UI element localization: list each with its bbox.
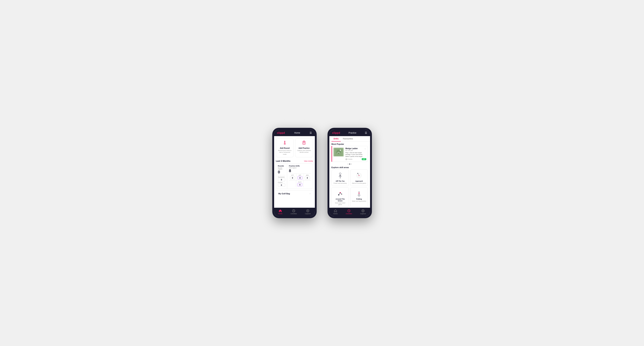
my-golf-bag-row[interactable]: My Golf Bag › xyxy=(276,190,313,197)
practice-rounds-value: 0 xyxy=(278,183,285,187)
putt-cell xyxy=(289,180,296,187)
add-practice-icon xyxy=(302,140,306,147)
shots-icon xyxy=(346,158,347,160)
menu-icon-practice[interactable]: ☰ xyxy=(365,131,367,134)
drills-title: Practice Drills xyxy=(289,165,311,167)
tournament-value: 0 xyxy=(278,178,285,181)
svg-marker-2 xyxy=(284,141,285,142)
around-the-green-desc: Hone your short game xyxy=(333,202,348,205)
svg-line-39 xyxy=(349,211,350,211)
ott-value: 0 xyxy=(290,176,295,179)
nav-home-label-practice: Home xyxy=(333,213,338,215)
around-the-green-icon-area xyxy=(336,189,344,197)
svg-point-29 xyxy=(359,175,360,176)
approach-icon-area xyxy=(355,172,363,179)
svg-line-10 xyxy=(294,211,294,211)
drill-title: Wedge Ladder xyxy=(346,148,358,150)
approach-icon xyxy=(355,172,363,179)
drill-accent-bar xyxy=(332,146,332,162)
capture-icon-practice xyxy=(362,209,365,212)
skill-around-the-green[interactable]: Around The Green Hone your short game xyxy=(332,187,349,207)
drill-thumbnail xyxy=(333,148,344,157)
ott-cell: OTT 0 xyxy=(289,173,296,180)
drills-capture-label: Drills Capture xyxy=(289,167,311,169)
add-round-icon xyxy=(282,140,287,147)
activities-icon-practice xyxy=(347,209,350,212)
around-the-green-title: Around The Green xyxy=(333,198,348,202)
nav-capture-label-practice: Capture xyxy=(360,213,366,215)
around-the-green-icon xyxy=(336,189,344,197)
app-value: 4 xyxy=(298,176,302,179)
tabs-bar: Drills Favourites xyxy=(329,136,370,142)
nav-activities-practice[interactable]: Activities xyxy=(346,209,352,215)
drill-desc: Play 1 shot at each target yardage. If y… xyxy=(346,152,366,158)
phone-1: clippd Home ☰ Add Round xyxy=(272,128,317,218)
nav-capture-home[interactable]: Capture xyxy=(305,209,311,215)
putt-value: 4 xyxy=(297,183,302,186)
home-icon xyxy=(279,209,282,212)
arg-label: ARG xyxy=(306,175,309,176)
svg-line-22 xyxy=(339,176,340,176)
putt-label: PUTT xyxy=(298,181,302,183)
svg-line-23 xyxy=(340,176,342,176)
arg-cell: ARG 0 xyxy=(304,173,311,180)
bottom-nav-practice: Home Activities Capture xyxy=(329,208,370,216)
drills-col: Practice Drills Drills Capture 8 OTT 0 A… xyxy=(287,164,313,189)
logo-home: clippd xyxy=(277,131,285,134)
chevron-icon: › xyxy=(310,192,310,195)
rounds-capture-label: Rounds Capture xyxy=(278,167,285,170)
add-round-card[interactable]: Add Round Record your shots in fast or e… xyxy=(276,138,294,157)
putting-desc: Make and lag practice xyxy=(352,200,366,202)
svg-point-0 xyxy=(283,143,286,145)
svg-point-28 xyxy=(358,173,358,174)
nav-activities-label-home: Activities xyxy=(290,213,297,215)
tab-favourites[interactable]: Favourites xyxy=(341,136,355,142)
tab-drills[interactable]: Drills xyxy=(332,136,341,142)
stats-title: Last 3 Months xyxy=(276,160,290,162)
phone-2: clippd Practice ☰ Drills Favourites Most… xyxy=(328,128,372,218)
app-badge: APP xyxy=(362,158,366,160)
view-activity-link[interactable]: View Activity xyxy=(304,160,313,162)
wedge-ladder-card[interactable]: Wedge Ladder 50–100 yds ☆ Play 1 shot at… xyxy=(332,146,368,162)
most-popular-label: Most Popular xyxy=(329,142,370,146)
putting-icon xyxy=(355,189,363,197)
carousel-dots xyxy=(329,163,370,166)
drill-star-icon[interactable]: ☆ xyxy=(364,148,366,150)
add-practice-title: Add Practice xyxy=(298,147,310,149)
screen-title-home: Home xyxy=(294,132,300,134)
putt-label-cell: PUTT 4 xyxy=(296,180,304,187)
putting-title: Putting xyxy=(356,198,362,200)
drill-shots: 9 shots xyxy=(346,158,352,160)
home-icon-practice xyxy=(334,209,337,212)
bag-label: My Golf Bag xyxy=(278,192,290,195)
nav-home[interactable]: Home xyxy=(278,209,282,215)
skill-putting[interactable]: Putting Make and lag practice xyxy=(350,187,368,207)
putting-icon-area xyxy=(355,189,363,197)
rounds-capture-value: 0 xyxy=(278,170,285,174)
logo-practice: clippd xyxy=(332,131,340,134)
add-practice-card[interactable]: Add Practice Capture your practice off-t… xyxy=(295,138,313,157)
practice-label: Practice xyxy=(278,182,285,183)
menu-icon-home[interactable]: ☰ xyxy=(310,131,312,134)
add-practice-desc: Capture your practice off-the-course xyxy=(297,150,312,154)
stats-panel: Rounds Rounds Capture 0 Tournament 0 Pra… xyxy=(276,164,313,189)
explore-label: Explore skill areas xyxy=(329,166,370,170)
stats-main-row: Rounds Rounds Capture 0 Tournament 0 Pra… xyxy=(276,164,313,189)
dot-3 xyxy=(351,164,352,165)
screen-title-practice: Practice xyxy=(348,132,356,134)
practice-content: Drills Favourites Most Popular xyxy=(329,136,370,208)
nav-home-label: Home xyxy=(278,213,282,215)
bottom-nav-home: Home Activities Capture xyxy=(274,208,315,216)
approach-desc: Dial-in to hit the green xyxy=(352,182,366,184)
drills-capture-value: 8 xyxy=(289,169,311,173)
nav-home-practice[interactable]: Home xyxy=(333,209,338,215)
svg-rect-7 xyxy=(304,141,304,142)
app-cell: APP 4 xyxy=(296,173,304,180)
drill-yardage: 50–100 yds xyxy=(346,150,358,151)
ott-label: OTT xyxy=(291,175,294,176)
tournament-label: Tournament xyxy=(278,176,285,178)
nav-capture-practice[interactable]: Capture xyxy=(360,209,366,215)
skill-off-the-tee[interactable]: Off The Tee Power and accuracy xyxy=(332,170,349,186)
nav-activities-home[interactable]: Activities xyxy=(290,209,297,215)
skill-approach[interactable]: Approach Dial-in to hit the green xyxy=(350,170,368,186)
